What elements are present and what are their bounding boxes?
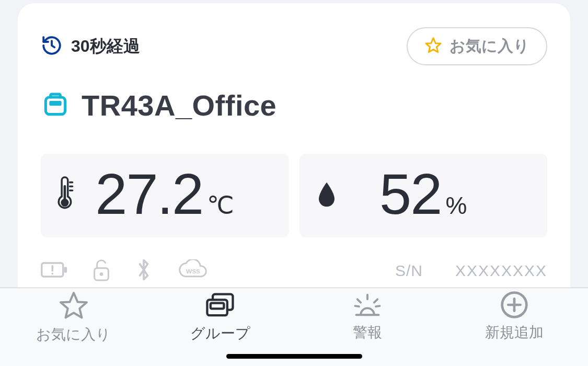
svg-marker-15 [61, 293, 87, 318]
svg-point-11 [51, 273, 53, 275]
bluetooth-icon [135, 257, 153, 284]
elapsed-indicator: 30秒経過 [41, 35, 140, 59]
temperature-value: 27.2 [95, 165, 203, 223]
device-title-row: TR43A_Office [41, 88, 547, 122]
humidity-reading: 52 % [299, 154, 548, 237]
svg-point-13 [100, 272, 103, 276]
thermometer-icon [51, 176, 76, 215]
alarm-icon [352, 290, 383, 322]
home-indicator[interactable] [226, 354, 362, 359]
tab-add[interactable]: 新規追加 [441, 290, 588, 342]
humidity-value: 52 [379, 165, 441, 223]
tab-alarm-label: 警報 [353, 323, 382, 342]
tab-alarm[interactable]: 警報 [294, 290, 441, 342]
temperature-reading: 27.2 ℃ [41, 154, 289, 237]
svg-rect-2 [49, 101, 61, 106]
droplet-icon [316, 180, 337, 211]
unlock-icon [91, 257, 112, 284]
svg-line-24 [376, 306, 380, 306]
humidity-unit: % [445, 191, 467, 220]
card-header: 30秒経過 お気に入り [41, 27, 547, 65]
svg-line-23 [355, 306, 360, 306]
tab-favorites-label: お気に入り [36, 325, 111, 345]
svg-line-22 [374, 299, 377, 302]
device-icon [41, 90, 70, 121]
group-icon [204, 290, 237, 323]
cloud-wss-icon: WSS [176, 259, 208, 282]
svg-marker-0 [426, 38, 441, 52]
svg-rect-9 [64, 267, 67, 272]
history-icon [41, 35, 63, 59]
battery-warning-icon [41, 260, 68, 281]
device-card: 30秒経過 お気に入り TR43A_Office [18, 3, 570, 305]
serial-value: XXXXXXXX [455, 262, 547, 280]
svg-text:WSS: WSS [186, 268, 200, 275]
tab-group[interactable]: グループ [147, 290, 294, 344]
star-icon [424, 37, 442, 56]
tab-bar: お気に入り グループ 警報 [0, 288, 588, 366]
plus-circle-icon [500, 290, 529, 322]
tab-add-label: 新規追加 [485, 323, 544, 342]
status-row: WSS S/N XXXXXXXX [41, 257, 547, 284]
tab-group-label: グループ [190, 324, 250, 344]
elapsed-text: 30秒経過 [71, 35, 140, 58]
device-name: TR43A_Office [82, 88, 276, 122]
readings-row: 27.2 ℃ 52 % [41, 154, 547, 237]
star-outline-icon [58, 290, 89, 324]
serial-label: S/N [395, 262, 423, 280]
svg-rect-1 [45, 97, 65, 115]
tab-favorites[interactable]: お気に入り [0, 290, 147, 345]
favorite-button-label: お気に入り [449, 36, 529, 57]
svg-line-21 [358, 299, 361, 302]
favorite-button[interactable]: お気に入り [407, 27, 547, 65]
temperature-unit: ℃ [207, 191, 234, 220]
